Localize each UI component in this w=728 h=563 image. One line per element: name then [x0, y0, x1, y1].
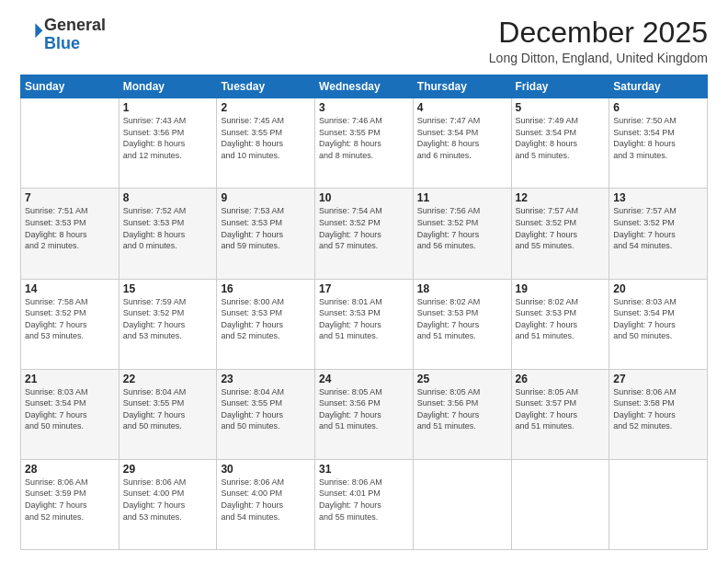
day-number: 30: [221, 463, 311, 476]
day-number: 9: [221, 191, 311, 204]
day-number: 17: [319, 282, 409, 295]
title-block: December 2025 Long Ditton, England, Unit…: [489, 17, 708, 65]
day-number: 12: [516, 191, 606, 204]
col-thursday: Thursday: [413, 75, 511, 98]
table-row: 12Sunrise: 7:57 AM Sunset: 3:52 PM Dayli…: [511, 189, 609, 279]
day-info: Sunrise: 7:56 AM Sunset: 3:52 PM Dayligh…: [417, 205, 507, 251]
table-row: 15Sunrise: 7:59 AM Sunset: 3:52 PM Dayli…: [119, 279, 217, 369]
table-row: 6Sunrise: 7:50 AM Sunset: 3:54 PM Daylig…: [609, 98, 708, 189]
logo: General Blue: [20, 17, 106, 53]
calendar-week-row: 28Sunrise: 8:06 AM Sunset: 3:59 PM Dayli…: [21, 459, 708, 549]
table-row: 5Sunrise: 7:49 AM Sunset: 3:54 PM Daylig…: [511, 98, 609, 189]
table-row: 13Sunrise: 7:57 AM Sunset: 3:52 PM Dayli…: [609, 189, 708, 279]
day-info: Sunrise: 8:03 AM Sunset: 3:54 PM Dayligh…: [25, 386, 115, 432]
day-number: 7: [25, 191, 115, 204]
day-number: 4: [417, 101, 507, 114]
day-info: Sunrise: 8:06 AM Sunset: 3:59 PM Dayligh…: [25, 477, 115, 523]
day-number: 26: [516, 373, 606, 385]
day-number: 18: [417, 282, 507, 295]
table-row: 31Sunrise: 8:06 AM Sunset: 4:01 PM Dayli…: [315, 459, 414, 549]
table-row: 14Sunrise: 7:58 AM Sunset: 3:52 PM Dayli…: [21, 279, 119, 369]
day-info: Sunrise: 8:00 AM Sunset: 3:53 PM Dayligh…: [221, 296, 311, 342]
day-info: Sunrise: 8:01 AM Sunset: 3:53 PM Dayligh…: [319, 296, 409, 342]
day-info: Sunrise: 8:04 AM Sunset: 3:55 PM Dayligh…: [123, 386, 213, 432]
day-info: Sunrise: 7:51 AM Sunset: 3:53 PM Dayligh…: [25, 205, 115, 251]
table-row: 29Sunrise: 8:06 AM Sunset: 4:00 PM Dayli…: [119, 459, 217, 549]
table-row: 24Sunrise: 8:05 AM Sunset: 3:56 PM Dayli…: [315, 369, 414, 459]
table-row: 8Sunrise: 7:52 AM Sunset: 3:53 PM Daylig…: [119, 189, 217, 279]
day-info: Sunrise: 7:53 AM Sunset: 3:53 PM Dayligh…: [221, 205, 311, 251]
logo-blue-text: Blue: [44, 34, 80, 52]
table-row: 19Sunrise: 8:02 AM Sunset: 3:53 PM Dayli…: [511, 279, 609, 369]
table-row: 11Sunrise: 7:56 AM Sunset: 3:52 PM Dayli…: [413, 189, 511, 279]
table-row: 17Sunrise: 8:01 AM Sunset: 3:53 PM Dayli…: [315, 279, 414, 369]
location: Long Ditton, England, United Kingdom: [489, 51, 708, 65]
day-number: 14: [25, 282, 115, 295]
day-number: 23: [221, 373, 311, 385]
day-number: 1: [123, 101, 213, 114]
table-row: 20Sunrise: 8:03 AM Sunset: 3:54 PM Dayli…: [609, 279, 708, 369]
day-number: 10: [319, 191, 409, 204]
col-tuesday: Tuesday: [217, 75, 315, 98]
day-info: Sunrise: 7:52 AM Sunset: 3:53 PM Dayligh…: [123, 205, 213, 251]
day-number: 5: [516, 101, 606, 114]
table-row: 28Sunrise: 8:06 AM Sunset: 3:59 PM Dayli…: [21, 459, 119, 549]
calendar-week-row: 7Sunrise: 7:51 AM Sunset: 3:53 PM Daylig…: [21, 189, 708, 279]
calendar-week-row: 1Sunrise: 7:43 AM Sunset: 3:56 PM Daylig…: [21, 98, 708, 189]
calendar-header-row: Sunday Monday Tuesday Wednesday Thursday…: [21, 75, 708, 98]
page: General Blue December 2025 Long Ditton, …: [0, 0, 728, 563]
col-sunday: Sunday: [21, 75, 119, 98]
day-info: Sunrise: 8:06 AM Sunset: 3:58 PM Dayligh…: [613, 386, 703, 432]
table-row: [511, 459, 609, 549]
col-friday: Friday: [511, 75, 609, 98]
day-number: 20: [613, 282, 703, 295]
day-info: Sunrise: 8:04 AM Sunset: 3:55 PM Dayligh…: [221, 386, 311, 432]
day-info: Sunrise: 8:02 AM Sunset: 3:53 PM Dayligh…: [417, 296, 507, 342]
table-row: 25Sunrise: 8:05 AM Sunset: 3:56 PM Dayli…: [413, 369, 511, 459]
day-number: 13: [613, 191, 703, 204]
day-info: Sunrise: 7:49 AM Sunset: 3:54 PM Dayligh…: [516, 115, 606, 161]
day-info: Sunrise: 8:06 AM Sunset: 4:00 PM Dayligh…: [221, 477, 311, 523]
svg-marker-0: [35, 23, 42, 38]
table-row: 23Sunrise: 8:04 AM Sunset: 3:55 PM Dayli…: [217, 369, 315, 459]
table-row: 1Sunrise: 7:43 AM Sunset: 3:56 PM Daylig…: [119, 98, 217, 189]
table-row: 7Sunrise: 7:51 AM Sunset: 3:53 PM Daylig…: [21, 189, 119, 279]
table-row: 27Sunrise: 8:06 AM Sunset: 3:58 PM Dayli…: [609, 369, 708, 459]
table-row: 18Sunrise: 8:02 AM Sunset: 3:53 PM Dayli…: [413, 279, 511, 369]
logo-general-text: General: [44, 16, 106, 34]
day-number: 16: [221, 282, 311, 295]
calendar-week-row: 14Sunrise: 7:58 AM Sunset: 3:52 PM Dayli…: [21, 279, 708, 369]
table-row: 21Sunrise: 8:03 AM Sunset: 3:54 PM Dayli…: [21, 369, 119, 459]
day-info: Sunrise: 7:47 AM Sunset: 3:54 PM Dayligh…: [417, 115, 507, 161]
calendar-table: Sunday Monday Tuesday Wednesday Thursday…: [20, 75, 708, 550]
day-info: Sunrise: 8:06 AM Sunset: 4:01 PM Dayligh…: [319, 477, 409, 523]
header: General Blue December 2025 Long Ditton, …: [20, 17, 708, 65]
day-number: 27: [613, 373, 703, 385]
day-number: 15: [123, 282, 213, 295]
day-info: Sunrise: 7:50 AM Sunset: 3:54 PM Dayligh…: [613, 115, 703, 161]
table-row: [413, 459, 511, 549]
day-info: Sunrise: 7:54 AM Sunset: 3:52 PM Dayligh…: [319, 205, 409, 251]
day-info: Sunrise: 7:43 AM Sunset: 3:56 PM Dayligh…: [123, 115, 213, 161]
table-row: 16Sunrise: 8:00 AM Sunset: 3:53 PM Dayli…: [217, 279, 315, 369]
logo-icon: [22, 20, 44, 42]
table-row: 4Sunrise: 7:47 AM Sunset: 3:54 PM Daylig…: [413, 98, 511, 189]
col-wednesday: Wednesday: [315, 75, 414, 98]
day-info: Sunrise: 8:05 AM Sunset: 3:57 PM Dayligh…: [516, 386, 606, 432]
day-number: 2: [221, 101, 311, 114]
table-row: 3Sunrise: 7:46 AM Sunset: 3:55 PM Daylig…: [315, 98, 414, 189]
table-row: 2Sunrise: 7:45 AM Sunset: 3:55 PM Daylig…: [217, 98, 315, 189]
day-info: Sunrise: 8:03 AM Sunset: 3:54 PM Dayligh…: [613, 296, 703, 342]
table-row: 9Sunrise: 7:53 AM Sunset: 3:53 PM Daylig…: [217, 189, 315, 279]
day-info: Sunrise: 8:06 AM Sunset: 4:00 PM Dayligh…: [123, 477, 213, 523]
day-info: Sunrise: 7:57 AM Sunset: 3:52 PM Dayligh…: [516, 205, 606, 251]
day-info: Sunrise: 7:59 AM Sunset: 3:52 PM Dayligh…: [123, 296, 213, 342]
col-saturday: Saturday: [609, 75, 708, 98]
day-number: 29: [123, 463, 213, 476]
day-info: Sunrise: 8:05 AM Sunset: 3:56 PM Dayligh…: [319, 386, 409, 432]
day-number: 6: [613, 101, 703, 114]
calendar-week-row: 21Sunrise: 8:03 AM Sunset: 3:54 PM Dayli…: [21, 369, 708, 459]
day-number: 31: [319, 463, 409, 476]
day-number: 21: [25, 373, 115, 385]
table-row: [609, 459, 708, 549]
